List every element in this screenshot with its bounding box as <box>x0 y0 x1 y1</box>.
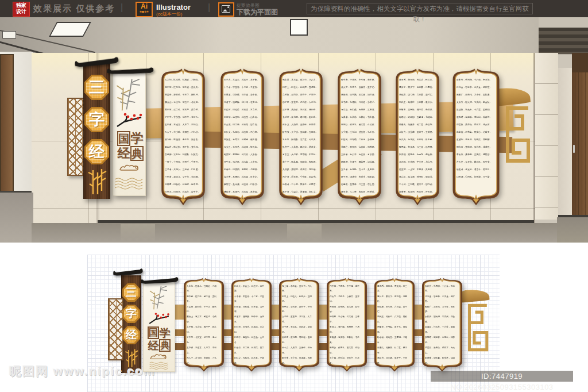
illustrator-icon: Ai 矢量文件 <box>136 2 153 17</box>
subtitle-scroll: 国 学 经 典 <box>113 72 146 196</box>
medallion-char-1: 三 <box>84 75 109 100</box>
wave-pattern-icon <box>115 176 144 191</box>
brand-logo-line1: 独家 <box>16 2 26 8</box>
scroll-panel-1-flat: 人之初，性本善。性相近，习相远。 苟不教，性乃迁。教之道，贵以专。 昔孟母，择邻… <box>182 278 226 372</box>
flat-plan-view: 三 字 经 国 学 经 典 人之初，性本善。性相近，习相远。 苟不教，性乃迁。教… <box>0 243 588 392</box>
subtitle-scroll-flat: 国 学 经 典 <box>143 281 175 372</box>
medallion-char-1: 三 <box>122 283 140 302</box>
roof-eave-icon <box>113 268 143 276</box>
cloud-motif-icon <box>119 163 140 171</box>
scroll-panel-3: 匏土革，木石金。丝与竹，乃八音。 曰平上，曰去入。此四声，宜调协。 高曾祖，父而… <box>277 68 324 206</box>
lattice-screen-flat <box>108 298 123 360</box>
scroll-panel-4: 作中庸，子思笔。中不偏，庸不易。 作大学，乃曾子。自修齐，至平治。 孝经通，四书… <box>336 68 383 206</box>
subtitle-characters: 国 学 经 典 <box>148 326 171 352</box>
scroll-panel-6-flat: 炎宋兴，受周禅。十八传，南北混。 辽与金，皆称帝。元灭金，绝宋世。 舆图广，超前… <box>420 278 464 372</box>
panel-text: 匏土革，木石金。丝与竹，乃八音。 曰平上，曰去入。此四声，宜调协。 高曾祖，父而… <box>282 283 316 364</box>
header-bar: 独家 设计 效果展示 仅供参考 | Ai 矢量文件 Illustrator (c… <box>0 0 588 17</box>
subtitle-char: 学 <box>130 131 144 146</box>
subtitle-char: 典 <box>159 339 171 352</box>
door-transom <box>572 53 588 72</box>
ceiling-slats <box>539 17 588 54</box>
tile-joint <box>32 208 535 209</box>
scroll-panel-4-flat: 作中庸，子思笔。中不偏，庸不易。 作大学，乃曾子。自修齐，至平治。 孝经通，四书… <box>325 278 369 372</box>
banner-char: 三 <box>126 285 137 300</box>
header-slogan: 效果展示 仅供参考 <box>33 3 115 14</box>
baseboard <box>98 220 534 223</box>
banner-char: 字 <box>89 109 105 130</box>
banner-char: 三 <box>89 77 105 98</box>
gold-bamboo-icon <box>87 168 107 195</box>
scroll-panel-2-flat: 曰水火，木金土。此五行，本乎数。 十干者，甲至癸。十二支，子至亥。 曰黄道，日所… <box>230 278 273 372</box>
proposal-label-big: 下载为平面图 <box>237 7 278 17</box>
panel-text: 炎宋兴，受周禅。十八传，南北混。 辽与金，皆称帝。元灭金，绝宋世。 舆图广，超前… <box>457 76 496 180</box>
ceiling-light-panel <box>2 31 16 39</box>
header-divider: | <box>121 2 123 13</box>
panel-text: 曰水火，木金土。此五行，本乎数。 十干者，甲至癸。十二支，子至亥。 曰黄道，日所… <box>234 283 268 364</box>
cloud-motif-icon <box>149 353 168 360</box>
scroll-panel-3-flat: 匏土革，木石金。丝与竹，乃八音。 曰平上，曰去入。此四声，宜调协。 高曾祖，父而… <box>277 278 321 372</box>
header-divider: | <box>208 2 210 13</box>
scroll-panel-6: 炎宋兴，受周禅。十八传，南北混。 辽与金，皆称帝。元灭金，绝宋世。 舆图广，超前… <box>451 68 501 206</box>
gold-bamboo-icon <box>125 347 138 369</box>
floor-reflection <box>121 224 155 241</box>
medallion-char-3: 经 <box>122 326 140 344</box>
medallion-char-2: 字 <box>122 305 140 323</box>
panel-text: 匏土革，木石金。丝与竹，乃八音。 曰平上，曰去入。此四声，宜调协。 高曾祖，父而… <box>283 76 319 194</box>
floor-reflection <box>287 224 322 241</box>
ink-bamboo-icon <box>115 77 143 113</box>
panel-text: 人之初，性本善。性相近，习相远。 苟不教，性乃迁。教之道，贵以专。 昔孟母，择邻… <box>187 283 220 364</box>
panel-text: 炎宋兴，受周禅。十八传，南北混。 辽与金，皆称帝。元灭金，绝宋世。 舆图广，超前… <box>425 283 459 364</box>
image-file-icon <box>218 2 234 17</box>
panel-text: 夏有禹，商有汤。周文武，称三王。 夏传子，家天下。四百载，迁夏社。 汤伐夏，国号… <box>399 76 436 194</box>
brand-logo: 独家 设计 <box>13 2 30 17</box>
greek-key-icon <box>465 303 489 352</box>
greek-key-icon <box>503 105 531 164</box>
subtitle-char: 经 <box>148 339 159 352</box>
scroll-panel-5-flat: 夏有禹，商有汤。周文武，称三王。 夏传子，家天下。四百载，迁夏社。 汤伐夏，国号… <box>373 278 416 372</box>
medallion-char-2: 字 <box>84 107 109 132</box>
left-door <box>0 54 14 193</box>
panel-text: 人之初，性本善。性相近，习相远。 苟不教，性乃迁。教之道，贵以专。 昔孟母，择邻… <box>165 76 202 194</box>
roof-eave-icon <box>107 66 154 76</box>
subtitle-char: 经 <box>117 146 130 161</box>
panel-text: 夏有禹，商有汤。周文武，称三王。 夏传子，家天下。四百载，迁夏社。 汤伐夏，国号… <box>377 283 411 364</box>
subtitle-char: 国 <box>148 326 159 339</box>
banner-char: 字 <box>126 306 137 321</box>
scroll-panel-2: 曰水火，木金土。此五行，本乎数。 十干者，甲至癸。十二支，子至亥。 曰黄道，日所… <box>219 68 266 206</box>
ai-badge-sub: 矢量文件 <box>137 10 152 13</box>
plum-blossom-icon <box>116 112 142 129</box>
software-version: (cc版本一份) <box>156 11 182 17</box>
software-title: Illustrator <box>156 3 191 11</box>
room-render: 三 字 经 国 学 经 典 人之初，性本善。性相近，习相远。 苟不教，性乃迁。教… <box>0 17 588 243</box>
brand-logo-line2: 设计 <box>16 9 26 14</box>
panel-text: 曰水火，木金土。此五行，本乎数。 十干者，甲至癸。十二支，子至亥。 曰黄道，日所… <box>224 76 261 194</box>
banner-char: 经 <box>126 328 137 343</box>
medallion-char-3: 经 <box>84 139 109 164</box>
subtitle-char: 学 <box>159 326 171 339</box>
baseboard <box>558 215 588 217</box>
right-column <box>535 53 558 220</box>
image-id-badge: ID:7447919 NO:20260325093155303103 <box>431 371 573 382</box>
ceiling-light-panel <box>290 19 308 36</box>
subtitle-char: 典 <box>130 146 144 161</box>
disclaimer-notice: 为保障资料的准确性，相关文字以官方发布为准，请根据需要自行至官网获取！ <box>307 3 533 14</box>
floor <box>557 217 588 243</box>
ai-badge-label: Ai <box>137 3 152 10</box>
roof-eave-icon <box>141 277 179 285</box>
panel-text: 作中庸，子思笔。中不偏，庸不易。 作大学，乃曾子。自修齐，至平治。 孝经通，四书… <box>341 76 378 194</box>
photo-icon <box>222 5 230 13</box>
wave-pattern-icon <box>145 361 173 370</box>
floor <box>0 193 33 243</box>
ink-bamboo-icon <box>146 285 172 311</box>
panel-text: 作中庸，子思笔。中不偏，庸不易。 作大学，乃曾子。自修齐，至平治。 孝经通，四书… <box>330 283 363 364</box>
plum-blossom-icon <box>146 312 172 325</box>
door-handle <box>573 145 575 153</box>
scroll-panel-1: 人之初，性本善。性相近，习相远。 苟不教，性乃迁。教之道，贵以专。 昔孟母，择邻… <box>160 68 207 206</box>
subtitle-characters: 国 学 经 典 <box>117 131 141 161</box>
subtitle-char: 国 <box>117 131 130 146</box>
scroll-panel-5: 夏有禹，商有汤。周文武，称三王。 夏传子，家天下。四百载，迁夏社。 汤伐夏，国号… <box>394 68 441 206</box>
banner-char: 经 <box>89 141 105 162</box>
